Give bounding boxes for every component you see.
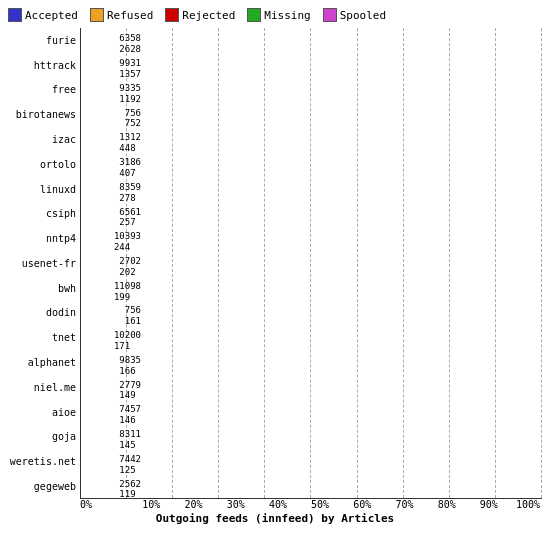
chart-inner: furiehttrackfreebirotanewsizacortololinu…: [8, 28, 542, 499]
y-label-weretis.net: weretis.net: [8, 452, 76, 472]
bar-label-alphanet: 9835166: [119, 355, 141, 377]
bar-label-birotanews: 756752: [125, 108, 141, 130]
bar-label-usenet-fr: 2702202: [119, 256, 141, 278]
x-axis-label: 70%: [373, 499, 415, 510]
bars-rows: 6358262899311357933511927567521312448318…: [81, 28, 542, 498]
legend-refused: Refused: [90, 8, 153, 22]
x-axis-label: 60%: [331, 499, 373, 510]
bar-label-linuxd: 8359278: [119, 182, 141, 204]
x-axis-label: 30%: [205, 499, 247, 510]
chart-title: Outgoing feeds (innfeed) by Articles: [8, 512, 542, 525]
x-axis-label: 100%: [500, 499, 542, 510]
bar-row-dodin: 756161: [81, 303, 542, 321]
bar-label-gegeweb: 2562119: [119, 479, 141, 501]
y-label-alphanet: alphanet: [8, 353, 76, 373]
bar-row-free: 93351192: [81, 81, 542, 99]
y-label-aioe: aioe: [8, 402, 76, 422]
bar-row-alphanet: 9835166: [81, 353, 542, 371]
bar-label-free: 93351192: [119, 83, 141, 105]
x-axis-label: 40%: [247, 499, 289, 510]
y-label-goja: goja: [8, 427, 76, 447]
x-axis-label: 90%: [458, 499, 500, 510]
bar-row-niel.me: 2779149: [81, 378, 542, 396]
missing-icon: [247, 8, 261, 22]
y-label-niel.me: niel.me: [8, 377, 76, 397]
x-axis-label: 0%: [80, 499, 120, 510]
x-axis-label: 80%: [416, 499, 458, 510]
rejected-icon: [165, 8, 179, 22]
bar-row-goja: 8311145: [81, 427, 542, 445]
accepted-label: Accepted: [25, 9, 78, 22]
bar-row-birotanews: 756752: [81, 106, 542, 124]
x-axis-labels: 0%10%20%30%40%50%60%70%80%90%100%: [80, 499, 542, 510]
bar-label-weretis.net: 7442125: [119, 454, 141, 476]
accepted-icon: [8, 8, 22, 22]
bar-row-furie: 63582628: [81, 31, 542, 49]
bars-area: 6358262899311357933511927567521312448318…: [80, 28, 542, 499]
bar-row-httrack: 99311357: [81, 56, 542, 74]
y-label-httrack: httrack: [8, 55, 76, 75]
bar-label-niel.me: 2779149: [119, 380, 141, 402]
y-label-linuxd: linuxd: [8, 179, 76, 199]
bar-label-csiph: 6561257: [119, 207, 141, 229]
y-label-dodin: dodin: [8, 303, 76, 323]
bar-row-tnet: 10200171: [81, 328, 542, 346]
chart-area: furiehttrackfreebirotanewsizacortololinu…: [8, 28, 542, 525]
y-label-usenet-fr: usenet-fr: [8, 253, 76, 273]
y-label-csiph: csiph: [8, 204, 76, 224]
bar-row-weretis.net: 7442125: [81, 452, 542, 470]
y-label-ortolo: ortolo: [8, 154, 76, 174]
x-axis-label: 50%: [289, 499, 331, 510]
bar-label-httrack: 99311357: [119, 58, 141, 80]
bar-row-nntp4: 10393244: [81, 229, 542, 247]
legend: Accepted Refused Rejected Missing Spoole…: [8, 8, 542, 22]
y-label-bwh: bwh: [8, 278, 76, 298]
legend-rejected: Rejected: [165, 8, 235, 22]
y-label-furie: furie: [8, 30, 76, 50]
rejected-label: Rejected: [182, 9, 235, 22]
bar-row-izac: 1312448: [81, 130, 542, 148]
y-label-free: free: [8, 80, 76, 100]
refused-icon: [90, 8, 104, 22]
y-label-birotanews: birotanews: [8, 105, 76, 125]
legend-spooled: Spooled: [323, 8, 386, 22]
spooled-icon: [323, 8, 337, 22]
x-axis-label: 10%: [120, 499, 162, 510]
spooled-label: Spooled: [340, 9, 386, 22]
legend-missing: Missing: [247, 8, 310, 22]
y-label-nntp4: nntp4: [8, 229, 76, 249]
bar-row-ortolo: 3186407: [81, 155, 542, 173]
bar-row-gegeweb: 2562119: [81, 477, 542, 495]
y-label-izac: izac: [8, 130, 76, 150]
y-label-tnet: tnet: [8, 328, 76, 348]
bar-row-linuxd: 8359278: [81, 180, 542, 198]
bar-label-tnet: 10200171: [114, 330, 141, 352]
bar-label-aioe: 7457146: [119, 404, 141, 426]
bar-row-usenet-fr: 2702202: [81, 254, 542, 272]
chart-container: Accepted Refused Rejected Missing Spoole…: [0, 0, 550, 555]
refused-label: Refused: [107, 9, 153, 22]
x-axis-label: 20%: [162, 499, 204, 510]
legend-accepted: Accepted: [8, 8, 78, 22]
bar-row-csiph: 6561257: [81, 205, 542, 223]
bar-label-bwh: 11098199: [114, 281, 141, 303]
y-label-gegeweb: gegeweb: [8, 476, 76, 496]
y-labels: furiehttrackfreebirotanewsizacortololinu…: [8, 28, 80, 499]
bar-label-furie: 63582628: [119, 33, 141, 55]
bar-label-dodin: 756161: [125, 305, 141, 327]
bar-label-ortolo: 3186407: [119, 157, 141, 179]
bar-row-aioe: 7457146: [81, 402, 542, 420]
bar-label-goja: 8311145: [119, 429, 141, 451]
bar-label-izac: 1312448: [119, 132, 141, 154]
bar-label-nntp4: 10393244: [114, 231, 141, 253]
bar-row-bwh: 11098199: [81, 279, 542, 297]
missing-label: Missing: [264, 9, 310, 22]
